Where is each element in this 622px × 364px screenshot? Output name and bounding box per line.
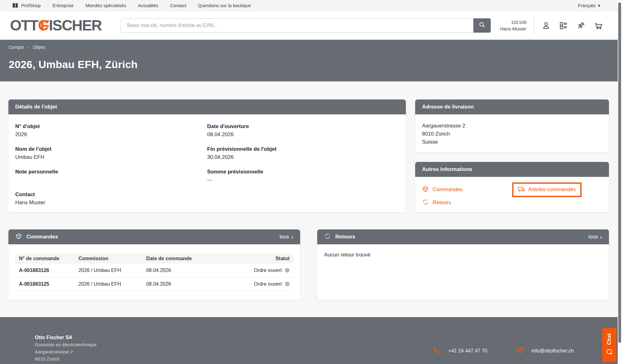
object-details-body: N° d'objet 2026 Nom de l'objet Umbau EFH… (8, 114, 406, 213)
returns-icon (422, 199, 429, 207)
search-input[interactable] (121, 18, 473, 33)
order-row[interactable]: A-001883125 2026 / Umbau EFH 08.04.2026 … (15, 277, 293, 291)
order-number[interactable]: A-001883125 (19, 281, 78, 287)
footer: Otto Fischer SA Grossiste en électrotech… (0, 317, 622, 364)
main-content: Détails de l'objet N° d'objet 2026 Nom d… (0, 81, 622, 317)
language-label: Français (578, 3, 596, 8)
order-number[interactable]: A-001883126 (19, 268, 78, 273)
card-title: Commandes (26, 234, 58, 240)
footer-contact-block: +41 24 447 47 70 info@ottofischer.ch (432, 317, 574, 364)
card-title: Retours (335, 234, 355, 240)
paper-plane-icon (515, 346, 525, 356)
logo[interactable]: OTTCFISCHER (10, 17, 101, 34)
customer-name: Hans Muster (500, 25, 527, 32)
breadcrumb-compte[interactable]: Compte (9, 45, 24, 50)
field-value: 08.04.2026 (207, 131, 399, 139)
other-info-body: Commandes Articles commandés (415, 177, 609, 215)
header: OTTCFISCHER 102100 Hans Muster (0, 11, 622, 40)
email-address: info@ottofischer.ch (531, 348, 574, 354)
other-info-card: Autres informations Commandes (415, 162, 609, 212)
truck-icon (518, 186, 525, 194)
footer-company-block: Otto Fischer SA Grossiste en électrotech… (35, 317, 96, 364)
orders-table: N° de commande Commission Date de comman… (15, 254, 293, 291)
book-icon (12, 2, 19, 9)
orders-header: Commandes tous › (8, 229, 300, 244)
link-commandes[interactable]: Commandes (422, 186, 512, 194)
delivery-address-body: Aargauerstrasse 2 8010 Zürich Suisse (415, 114, 609, 154)
header-icons (542, 21, 603, 30)
order-date: 08.04.2026 (146, 281, 235, 287)
header-right: 102100 Hans Muster (500, 16, 603, 35)
nav-label: Entreprise (53, 3, 74, 8)
delivery-address-card: Adresse de livraison Aargauerstrasse 2 8… (415, 99, 609, 152)
footer-line: 8010 Zurich (35, 355, 96, 362)
chat-tab[interactable]: Chat (602, 328, 616, 362)
footer-line: Aargauerstrasse 2 (35, 348, 96, 355)
nav-entreprise[interactable]: Entreprise (53, 3, 74, 8)
search-button[interactable] (473, 18, 491, 33)
chevron-right-icon: › (600, 234, 602, 240)
nav-label: Actualités (138, 3, 158, 8)
field-value: Hans Muster (15, 199, 207, 207)
catalog-icon[interactable] (559, 21, 568, 30)
order-commission: 2026 / Umbau EFH (78, 281, 146, 287)
user-icon[interactable] (542, 21, 550, 30)
pin-icon[interactable] (577, 21, 585, 30)
orders-table-header: N° de commande Commission Date de comman… (15, 254, 293, 264)
nav-contact[interactable]: Contact (170, 3, 186, 8)
footer-line: Grossiste en électrotechnique (35, 341, 96, 348)
field-value: 30.04.2026 (207, 153, 399, 161)
nav-actualites[interactable]: Actualités (138, 3, 158, 8)
search-icon (478, 21, 486, 30)
divider (534, 16, 534, 35)
chat-bubble-icon (606, 348, 613, 357)
order-status: Ordre ouvert (235, 281, 290, 287)
orders-view-all-link[interactable]: tous › (280, 234, 293, 240)
footer-email[interactable]: info@ottofischer.ch (515, 346, 574, 356)
nav-questions-boutique[interactable]: Questions sur la boutique (198, 3, 251, 8)
nav-label: Mondes spécialisés (86, 3, 126, 8)
footer-phone[interactable]: +41 24 447 47 70 (432, 346, 487, 356)
field-label: Nom de l'objet (15, 145, 207, 153)
account-info[interactable]: 102100 Hans Muster (500, 19, 527, 32)
link-label: Articles commandés (528, 187, 576, 193)
status-label: Ordre ouvert (254, 268, 282, 273)
link-retours[interactable]: Retours (422, 199, 512, 207)
details-left-column: N° d'objet 2026 Nom de l'objet Umbau EFH… (15, 122, 207, 213)
address-line: Suisse (422, 138, 602, 146)
order-date: 08.04.2026 (146, 268, 235, 273)
order-commission: 2026 / Umbau EFH (78, 268, 146, 273)
right-column: Adresse de livraison Aargauerstrasse 2 8… (415, 99, 609, 212)
search-bar (121, 18, 491, 33)
link-articles-commandes[interactable]: Articles commandés (518, 186, 576, 194)
language-selector[interactable]: Français ▾ (578, 3, 600, 8)
phone-number: +41 24 447 47 70 (448, 348, 487, 354)
view-all-label: tous (280, 234, 289, 240)
chat-label: Chat (606, 333, 612, 345)
returns-header: Retours tous › (317, 229, 609, 244)
field-label: Somme prévisionnelle (207, 168, 399, 176)
scrollbar-thumb[interactable] (618, 2, 621, 343)
address-line: Aargauerstrasse 2 (422, 122, 602, 130)
status-dot (285, 282, 290, 286)
nav-profshop[interactable]: ProfShop (12, 2, 41, 9)
details-right-column: Date d'ouverture 08.04.2026 Fin prévisio… (207, 122, 399, 213)
nav-mondes-specialises[interactable]: Mondes spécialisés (86, 3, 126, 8)
object-details-header: Détails de l'objet (8, 99, 406, 114)
cart-icon[interactable] (594, 21, 603, 30)
status-dot (285, 268, 290, 273)
col-header: Date de commande (146, 256, 235, 261)
chevron-right-icon: › (291, 234, 293, 240)
address-line: 8010 Zürich (422, 130, 602, 138)
field-planned-end: Fin prévisionnelle de l'objet 30.04.2026 (207, 145, 399, 161)
order-row[interactable]: A-001883126 2026 / Umbau EFH 08.04.2026 … (15, 264, 293, 277)
col-header: Commission (78, 256, 146, 261)
package-icon (15, 233, 22, 241)
breadcrumb-objets[interactable]: Objets (33, 45, 45, 50)
customer-number: 102100 (500, 19, 527, 25)
field-planned-sum: Somme prévisionnelle --- (207, 168, 399, 184)
chevron-right-icon: › (28, 45, 29, 50)
nav-label: Questions sur la boutique (198, 3, 251, 8)
field-contact: Contact Hans Muster (15, 191, 207, 207)
returns-view-all-link[interactable]: tous › (588, 234, 602, 240)
